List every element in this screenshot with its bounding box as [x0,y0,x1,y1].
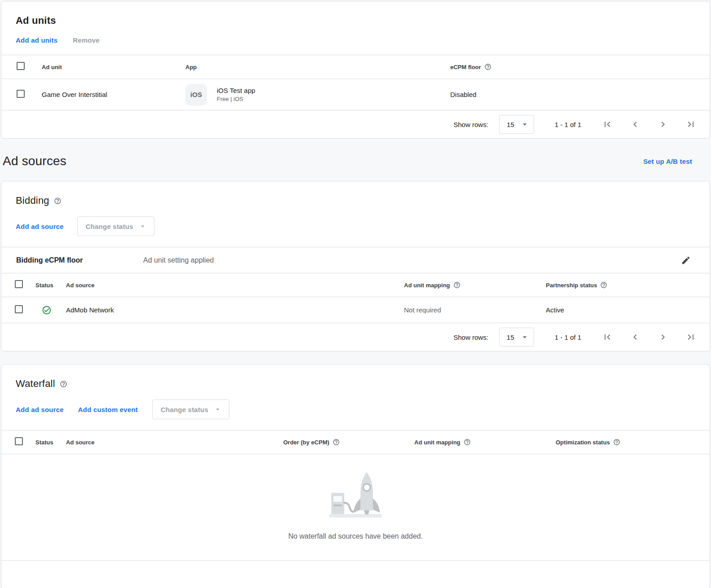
page-range: 1 - 1 of 1 [555,333,581,341]
ad-units-actions: Add ad units Remove [1,26,710,55]
help-icon[interactable] [54,197,61,205]
ad-units-col-ecpm-floor: eCPM floor [450,64,481,70]
waterfall-table-header: Status Ad source Order (by eCPM) Ad unit… [1,430,710,454]
waterfall-select-all-checkbox[interactable] [15,437,23,445]
rows-per-page-value: 15 [507,121,514,128]
prev-page-button[interactable] [628,117,642,132]
bidding-change-status-label: Change status [86,223,133,230]
bidding-table-header: Status Ad source Ad unit mapping Partner… [1,273,710,297]
remove-link[interactable]: Remove [73,36,100,44]
waterfall-col-ad-unit-mapping: Ad unit mapping [414,439,461,446]
waterfall-col-ad-source: Ad source [66,439,283,446]
bidding-card: Bidding Add ad source Change status Bidd… [1,181,710,351]
ios-app-icon: iOS [185,84,207,105]
app-cell: iOS iOS Test app Free | iOS [185,84,450,105]
bidding-actions: Add ad source Change status [1,206,710,247]
waterfall-col-optimization-status: Optimization status [556,439,610,446]
ecpm-floor-value: Disabled [450,91,699,98]
next-page-button[interactable] [656,117,670,132]
pencil-icon [681,255,691,265]
bidding-col-status: Status [35,282,66,289]
ad-units-col-app: App [185,64,450,70]
prev-page-button[interactable] [628,330,642,344]
waterfall-empty-state: No waterfall ad sources have been added. [1,454,710,560]
waterfall-title-row: Waterfall [1,364,710,390]
rows-per-page-select[interactable]: 15 [499,328,534,347]
bidding-partnership-status-value: Active [546,306,699,314]
bidding-ad-unit-mapping-value: Not required [404,306,546,314]
bidding-ad-source-name: AdMob Network [66,306,404,314]
waterfall-col-order: Order (by eCPM) [283,439,329,446]
caret-down-icon [139,222,147,230]
bidding-col-ad-source: Ad source [66,282,404,289]
page-range: 1 - 1 of 1 [555,121,581,128]
bidding-col-partnership-status: Partnership status [546,282,597,289]
bidding-title: Bidding [16,195,49,206]
help-icon[interactable] [464,439,471,446]
bidding-add-ad-source-link[interactable]: Add ad source [16,223,64,230]
waterfall-change-status-label: Change status [161,406,208,413]
edit-ecpm-floor-button[interactable] [679,254,693,267]
app-name: iOS Test app [217,87,255,94]
waterfall-title: Waterfall [16,378,55,390]
bidding-table-row: AdMob Network Not required Active [1,297,710,323]
help-icon[interactable] [613,439,620,446]
bidding-change-status-button[interactable]: Change status [77,216,154,236]
ad-units-table-header: Ad unit App eCPM floor [1,55,710,79]
last-page-button[interactable] [684,117,698,132]
rows-per-page-value: 15 [507,333,514,341]
bidding-ecpm-floor-label: Bidding eCPM floor [16,256,143,264]
help-icon[interactable] [600,281,607,289]
waterfall-add-ad-source-link[interactable]: Add ad source [16,406,64,413]
ad-units-pagination: Show rows: 15 1 - 1 of 1 [1,110,710,138]
show-rows-label: Show rows: [453,333,488,341]
waterfall-footer-strip [1,560,710,588]
bidding-pagination: Show rows: 15 1 - 1 of 1 [1,323,710,351]
ad-units-title-row: Ad units [1,1,710,26]
next-page-button[interactable] [656,330,670,344]
ad-units-card: Ad units Add ad units Remove Ad unit App… [1,1,710,139]
rows-per-page-select[interactable]: 15 [499,115,534,134]
help-icon[interactable] [484,63,492,70]
waterfall-actions: Add ad source Add custom event Change st… [1,390,710,430]
ad-unit-row-checkbox[interactable] [17,90,25,98]
status-active-icon [35,305,66,315]
caret-down-icon [520,120,529,129]
ios-app-icon-label: iOS [190,91,202,98]
waterfall-card: Waterfall Add ad source Add custom event… [1,364,710,588]
help-icon[interactable] [453,281,461,289]
help-icon[interactable] [60,380,67,388]
waterfall-change-status-button[interactable]: Change status [152,399,229,419]
ad-units-col-ad-unit: Ad unit [42,64,185,70]
caret-down-icon [214,405,222,413]
ad-sources-title: Ad sources [3,154,66,168]
bidding-title-row: Bidding [1,181,710,206]
first-page-button[interactable] [600,330,614,344]
caret-down-icon [520,333,529,342]
pagination-nav [600,117,698,132]
ad-units-select-all-checkbox[interactable] [17,62,25,70]
pagination-nav [600,330,698,344]
waterfall-empty-message: No waterfall ad sources have been added. [288,532,423,540]
app-meta: Free | iOS [217,96,255,102]
setup-ab-test-link[interactable]: Set up A/B test [643,158,692,165]
last-page-button[interactable] [684,330,698,344]
first-page-button[interactable] [600,117,614,132]
bidding-ecpm-floor-value: Ad unit setting applied [143,256,679,264]
bidding-select-all-checkbox[interactable] [15,280,23,288]
page: Ad units Add ad units Remove Ad unit App… [0,0,711,588]
bidding-row-checkbox[interactable] [15,305,23,313]
bidding-col-ad-unit-mapping: Ad unit mapping [404,282,450,289]
rocket-fuel-pump-icon [321,470,390,521]
ad-unit-name: Game Over Interstitial [42,91,185,98]
ad-units-title: Ad units [16,15,56,26]
show-rows-label: Show rows: [453,121,488,128]
help-icon[interactable] [333,439,340,446]
ad-unit-table-row: Game Over Interstitial iOS iOS Test app … [1,79,710,110]
add-ad-units-link[interactable]: Add ad units [16,36,57,44]
ad-sources-section-bar: Ad sources Set up A/B test [1,139,710,181]
waterfall-col-status: Status [35,439,66,446]
bidding-ecpm-floor-row: Bidding eCPM floor Ad unit setting appli… [1,247,710,273]
waterfall-add-custom-event-link[interactable]: Add custom event [78,406,138,413]
